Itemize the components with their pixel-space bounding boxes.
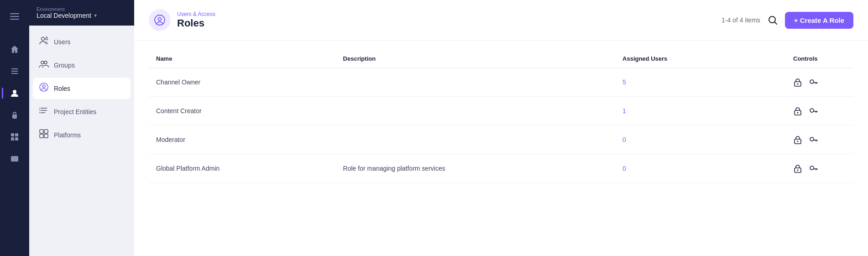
- key-icon[interactable]: [808, 106, 818, 116]
- col-assigned-users: Assigned Users: [615, 50, 758, 68]
- col-controls: Controls: [758, 50, 853, 68]
- svg-rect-5: [11, 73, 18, 74]
- svg-point-13: [42, 37, 45, 41]
- main-content: Users & Access Roles 1-4 of 4 items + Cr…: [134, 0, 868, 256]
- svg-point-41: [797, 112, 798, 114]
- svg-rect-1: [10, 16, 19, 17]
- page-title-group: Users & Access Roles: [177, 11, 215, 29]
- users-icon: [38, 36, 49, 48]
- svg-rect-7: [12, 115, 17, 119]
- svg-rect-27: [44, 130, 48, 133]
- header-actions: 1-4 of 4 items + Create A Role: [722, 12, 853, 29]
- chevron-down-icon: ▾: [94, 12, 97, 19]
- sidebar: Environment Local Development ▾ Users: [29, 0, 134, 256]
- svg-point-35: [797, 84, 798, 85]
- role-description: [336, 68, 615, 97]
- role-assigned-users[interactable]: 0: [615, 125, 758, 154]
- svg-point-16: [41, 61, 44, 64]
- list-icon[interactable]: [5, 62, 24, 80]
- role-name: Moderator: [149, 125, 336, 154]
- svg-point-6: [13, 90, 16, 94]
- page-icon: [149, 9, 171, 31]
- lock-edit-icon[interactable]: [793, 135, 803, 145]
- svg-point-42: [810, 109, 814, 112]
- breadcrumb: Users & Access: [177, 11, 215, 17]
- svg-rect-4: [11, 71, 18, 72]
- menu-icon[interactable]: [5, 7, 24, 26]
- table-row: Moderator0: [149, 125, 853, 154]
- role-description: [336, 97, 615, 125]
- role-name: Global Platform Admin: [149, 154, 336, 183]
- col-description: Description: [336, 50, 615, 68]
- page-title: Roles: [177, 17, 215, 29]
- key-icon[interactable]: [808, 77, 818, 87]
- home-icon[interactable]: [5, 40, 24, 58]
- lock-edit-icon[interactable]: [793, 163, 803, 173]
- svg-rect-10: [11, 137, 14, 141]
- svg-rect-9: [15, 133, 18, 136]
- table-row: Global Platform AdminRole for managing p…: [149, 154, 853, 183]
- svg-rect-12: [11, 156, 18, 162]
- svg-point-54: [810, 166, 814, 170]
- svg-point-24: [39, 110, 40, 111]
- sidebar-item-label: Roles: [54, 85, 70, 92]
- table-header: Name Description Assigned Users Controls: [149, 50, 853, 68]
- key-icon[interactable]: [808, 163, 818, 173]
- svg-point-17: [44, 61, 47, 64]
- sidebar-item-label: Platforms: [54, 131, 81, 139]
- page-header: Users & Access Roles 1-4 of 4 items + Cr…: [134, 0, 868, 41]
- search-button[interactable]: [768, 15, 778, 25]
- svg-rect-29: [44, 134, 48, 138]
- role-controls: [758, 68, 853, 97]
- environment-selector[interactable]: Environment Local Development ▾: [29, 0, 134, 26]
- sidebar-item-platforms[interactable]: Platforms: [33, 124, 131, 146]
- environment-label: Environment: [37, 6, 97, 12]
- lock-edit-icon[interactable]: [793, 106, 803, 116]
- table-row: Content Creator1: [149, 97, 853, 125]
- svg-rect-8: [11, 133, 14, 136]
- platforms-icon: [38, 129, 49, 141]
- svg-rect-0: [10, 13, 19, 14]
- role-assigned-users[interactable]: 5: [615, 68, 758, 97]
- mail-icon[interactable]: [5, 150, 24, 168]
- col-name: Name: [149, 50, 336, 68]
- lock-icon[interactable]: [5, 106, 24, 124]
- sidebar-item-users[interactable]: Users: [33, 31, 131, 52]
- roles-icon: [38, 82, 49, 94]
- svg-point-48: [810, 137, 814, 141]
- table-body: Channel Owner5 Content Creator1: [149, 68, 853, 183]
- svg-point-19: [42, 85, 45, 88]
- svg-rect-11: [15, 137, 18, 141]
- sidebar-item-groups[interactable]: Groups: [33, 54, 131, 76]
- role-controls: [758, 125, 853, 154]
- svg-rect-26: [40, 130, 43, 133]
- lock-edit-icon[interactable]: [793, 77, 803, 87]
- sidebar-item-roles[interactable]: Roles: [33, 78, 131, 99]
- role-description: Role for managing platform services: [336, 154, 615, 183]
- items-count: 1-4 of 4 items: [722, 16, 760, 24]
- role-controls: [758, 97, 853, 125]
- groups-icon: [38, 59, 49, 71]
- create-role-button[interactable]: + Create A Role: [785, 12, 853, 29]
- svg-line-33: [774, 22, 777, 25]
- sidebar-menu: Users Groups Ro: [29, 26, 134, 151]
- svg-point-30: [155, 15, 165, 25]
- svg-point-31: [158, 18, 162, 21]
- role-name: Content Creator: [149, 97, 336, 125]
- role-name: Channel Owner: [149, 68, 336, 97]
- sidebar-item-project-entities[interactable]: Project Entities: [33, 101, 131, 122]
- table-row: Channel Owner5: [149, 68, 853, 97]
- box-icon[interactable]: [5, 128, 24, 146]
- role-assigned-users[interactable]: 1: [615, 97, 758, 125]
- role-assigned-users[interactable]: 0: [615, 154, 758, 183]
- role-description: [336, 125, 615, 154]
- svg-point-14: [46, 38, 48, 40]
- environment-name: Local Development ▾: [37, 12, 97, 19]
- svg-point-15: [46, 36, 47, 38]
- svg-point-53: [797, 170, 798, 171]
- svg-point-47: [797, 141, 798, 142]
- roles-table: Name Description Assigned Users Controls…: [149, 50, 853, 183]
- user-icon[interactable]: [5, 84, 24, 102]
- svg-point-36: [810, 80, 814, 84]
- key-icon[interactable]: [808, 135, 818, 145]
